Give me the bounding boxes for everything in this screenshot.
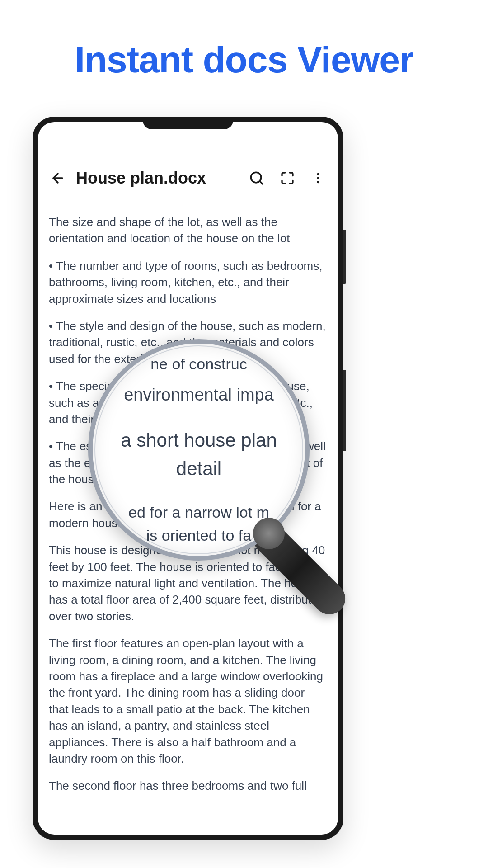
back-arrow-icon [50, 170, 66, 186]
svg-point-5 [317, 181, 319, 183]
doc-paragraph: The size and shape of the lot, as well a… [49, 214, 327, 247]
magnified-line: environmental impa [99, 382, 298, 408]
more-options-button[interactable] [307, 167, 329, 189]
phone-notch [143, 117, 233, 129]
search-icon [249, 170, 264, 186]
search-button[interactable] [246, 167, 267, 189]
doc-bullet: • The number and type of rooms, such as … [49, 258, 327, 307]
svg-point-4 [317, 177, 319, 179]
svg-line-2 [260, 181, 263, 184]
doc-paragraph: The second floor has three bedrooms and … [49, 778, 327, 794]
fullscreen-icon [280, 171, 295, 185]
document-title: House plan.docx [76, 169, 237, 188]
magnified-line: ne of construc [99, 353, 298, 376]
hero-title: Instant docs Viewer [0, 38, 488, 81]
magnified-line: a short house plan detail [99, 426, 298, 483]
app-toolbar: House plan.docx [38, 122, 338, 200]
fullscreen-button[interactable] [277, 167, 298, 189]
svg-point-3 [317, 173, 319, 175]
more-vertical-icon [311, 171, 325, 185]
back-button[interactable] [47, 167, 69, 189]
phone-side-button [343, 370, 346, 451]
phone-side-button [343, 230, 346, 284]
doc-paragraph: The first floor features an open-plan la… [49, 635, 327, 767]
